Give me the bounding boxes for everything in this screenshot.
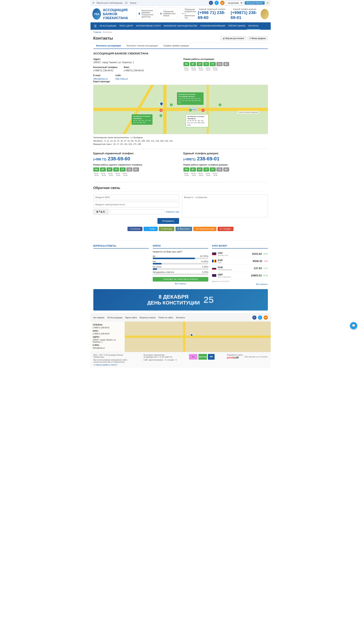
email-link[interactable]: office@uba.uz: [93, 78, 108, 80]
poll-bar-bg-1: [153, 258, 208, 259]
nav-info[interactable]: ПОЛЕЗНАЯ ИНФОРМАЦИЯ: [199, 22, 227, 30]
submit-button[interactable]: Отправить: [157, 218, 179, 224]
stop-a-2: А: [170, 104, 173, 106]
hotline-big-number: 238-69-60: [108, 156, 130, 162]
poll-bar-bg-3: [153, 268, 208, 270]
all-polls-link[interactable]: Все опросы: [153, 282, 208, 285]
phones-two-col: Единый справочный телефон: (+998 71) 238…: [93, 152, 268, 179]
tab-association-contacts[interactable]: Контакты ассоциации: [93, 43, 124, 49]
developer-name: pixelcraft: [227, 356, 243, 359]
footer-link-sitemap[interactable]: Карта сайта: [125, 316, 137, 319]
hamburger-icon[interactable]: ☰: [92, 22, 98, 30]
commercial-banks-label: Обращение коммерческих банков: [163, 10, 175, 17]
update-date: 20 Декабря 2017, 11:33 (GMT+5): [143, 356, 177, 358]
nav-rating[interactable]: РЕЙТИНГ БАНКОВ: [227, 22, 247, 30]
trustline-big-phone: (+99871) 238-69-01: [183, 156, 268, 162]
hotline-section-title: Единый справочный телефон:: [93, 152, 178, 155]
share-facebook-button[interactable]: f Facebook: [128, 227, 142, 231]
print-button[interactable]: 🖨 Версия для печати: [221, 36, 246, 40]
menu-button[interactable]: ≡ Меню раздела: [248, 36, 268, 40]
footer-map-marker: [190, 334, 193, 336]
footer-link-home[interactable]: На главную: [93, 316, 105, 319]
faq-section: ВОПРОСЫ-ОТВЕТЫ: [93, 244, 149, 285]
bank-icon: 🏦: [160, 12, 162, 14]
day-pt: ПТ: [210, 62, 216, 66]
nav-about[interactable]: ОБ АССОЦИАЦИИ: [98, 22, 118, 30]
footer-link-faq[interactable]: Вопросы-ответы: [140, 316, 156, 319]
logo-emblem[interactable]: УБА: [92, 8, 101, 20]
accessibility-link[interactable]: Версия для слабовидящих: [97, 2, 123, 4]
accessibility-icon[interactable]: 👁: [92, 2, 95, 4]
footer-link-contacts[interactable]: Контакты: [176, 316, 185, 319]
day-pn: ПН: [183, 62, 190, 66]
all-currencies-link[interactable]: Все валюты: [212, 283, 268, 285]
email-input[interactable]: [93, 202, 179, 208]
nav-legislation[interactable]: БАНКОВСКОЕ ЗАКОНОДАТЕЛЬСТВО: [162, 22, 199, 30]
ok-icon[interactable]: ok: [220, 1, 224, 5]
currency-gbp: GBP Фунт стерлингов 10803.51 28.38: [212, 272, 268, 279]
nav-press[interactable]: ПРЕСС-ЦЕНТР: [118, 22, 135, 30]
twitter-icon[interactable]: t: [215, 1, 219, 5]
tab-member-contacts[interactable]: Контакты членов ассоциации: [124, 43, 161, 49]
breadcrumb-home[interactable]: Главная: [93, 31, 101, 33]
day-sb: СБ: [216, 62, 222, 66]
map-background: Улица Ислама Каримова Автобусная останов…: [94, 85, 268, 134]
poll-label-2: Нет 4 (16%): [153, 260, 208, 262]
popup2-buses: 56, 84, 100, 103, 111, 132, 150, 4м, 40м…: [133, 120, 151, 124]
nav-interactive[interactable]: ИНТЕРАКТИВНЫЕ УСЛУГИ: [135, 22, 162, 30]
virtual-reception-link[interactable]: 👤 Виртуальная приёмная Генерального дире…: [136, 8, 155, 20]
footer-link-about[interactable]: Об Ассоциации: [107, 316, 123, 319]
top-bar-right: f t ok на русском O'zbek Вход для банков…: [209, 1, 269, 5]
name-input[interactable]: [93, 194, 179, 200]
forum-link[interactable]: Форум: [130, 2, 136, 4]
footer-social: f t ok: [252, 316, 268, 320]
captcha-input[interactable]: [110, 209, 164, 214]
divider-1: [93, 149, 268, 149]
page-header: Контакты 🖨 Версия для печати ≡ Меню разд…: [91, 34, 271, 43]
trustline-day-pn: ПН: [183, 168, 190, 172]
hotline-day-vt: ВТ: [100, 168, 106, 172]
header-contacts: Единый справочный телефон (+998 71) 238-…: [198, 8, 259, 20]
commercial-banks-link[interactable]: 🏦 Обращение коммерческих банков: [158, 8, 177, 20]
nav-contacts[interactable]: КОНТАКТЫ: [247, 22, 260, 30]
footer-ok-icon[interactable]: ok: [264, 316, 268, 320]
contacts-two-col: Адрес: 100027, город Ташкент, ул. Корато…: [93, 58, 268, 80]
tab-reception-schedule[interactable]: График приёма граждан: [161, 43, 192, 49]
change-code-link[interactable]: Изменить код: [166, 210, 179, 213]
legal-label: Обращение юридических и физических лиц: [185, 8, 196, 19]
footer-facebook-icon[interactable]: f: [252, 316, 256, 320]
share-ok-button[interactable]: ОК Одноклассники: [193, 227, 216, 231]
share-gplus-button[interactable]: G+ Google+: [218, 227, 234, 231]
trustline-schedule-title: Режим работы единого телефона доверия:: [183, 164, 268, 166]
site-link[interactable]: http://uba.uz: [115, 78, 128, 80]
footer-link-search[interactable]: Поиск по сайту: [159, 316, 173, 319]
share-vk-button[interactable]: В ВКонтакте: [175, 227, 192, 231]
map-road-vertical: [163, 85, 167, 134]
language-select[interactable]: на русском O'zbek: [226, 1, 243, 5]
facebook-icon[interactable]: f: [209, 1, 213, 5]
share-twitter-button[interactable]: 🐦 Twitter: [144, 227, 158, 231]
share-moemir-button[interactable]: ✉ Мой мир: [159, 227, 174, 231]
popup3-title: Автобусная остановка «Бунёдкор»: [187, 116, 204, 120]
poll-option-3: Не очень 2 (8%): [153, 266, 208, 270]
copyright-text: 2010 - 2017 © Ассоциация банков Узбекист…: [93, 354, 131, 358]
time-sr: 09:00 - 18:00: [198, 67, 204, 71]
trustline-day-sr: СР: [197, 168, 203, 172]
street-label: Улица Ислама Каримова: [237, 111, 259, 114]
message-textarea[interactable]: [182, 194, 268, 217]
faq-title: ВОПРОСЫ-ОТВЕТЫ: [93, 244, 149, 248]
hotline-day-vs: ВС: [133, 168, 139, 172]
key-icon: 🔑: [266, 2, 269, 4]
footer-twitter-icon[interactable]: t: [258, 316, 262, 320]
footer-address-label: АДРЕС:: [93, 336, 122, 338]
trust-label: Единый телефон доверия: [233, 8, 256, 10]
feedback-title: Обратная связь: [93, 186, 268, 192]
trustline-big-prefix: (+99871): [183, 158, 196, 161]
legal-link[interactable]: ✉ Обращение юридических и физических лиц: [180, 8, 198, 20]
error-link[interactable]: ⚠ Нашли ошибку в тексте?: [93, 364, 131, 366]
address-label: Адрес:: [93, 58, 178, 60]
map-container[interactable]: Улица Ислама Каримова Автобусная останов…: [93, 85, 268, 134]
poll-option-2: Нет 4 (16%): [153, 260, 208, 264]
login-button[interactable]: Вход для банков: [245, 1, 265, 4]
usd-flag: [212, 252, 216, 255]
